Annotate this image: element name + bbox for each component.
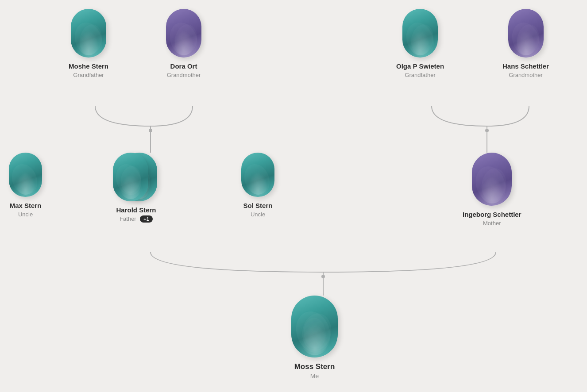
person-hans[interactable]: Hans Schettler Grandmother <box>502 9 549 78</box>
person-moss[interactable]: Moss Stern Me <box>291 296 338 380</box>
harold-plus-badge[interactable]: +1 <box>140 215 153 223</box>
ingeborg-role: Mother <box>483 220 501 227</box>
olga-role: Grandfather <box>405 72 435 78</box>
avatar-olga <box>402 9 438 58</box>
harold-role: Father +1 <box>120 215 153 223</box>
avatar-hans <box>508 9 544 58</box>
avatar-ingeborg <box>472 153 512 206</box>
person-moshe[interactable]: Moshe Stern Grandfather <box>69 9 108 78</box>
person-max[interactable]: Max Stern Uncle <box>9 153 42 218</box>
svg-point-4 <box>321 275 325 278</box>
moshe-role: Grandfather <box>73 72 104 78</box>
dora-name: Dora Ort <box>170 62 197 71</box>
person-sol[interactable]: Sol Stern Uncle <box>241 153 274 218</box>
avatar-harold <box>113 153 159 201</box>
sol-name: Sol Stern <box>243 201 273 210</box>
hans-name: Hans Schettler <box>502 62 549 71</box>
moss-role: Me <box>310 373 319 380</box>
max-name: Max Stern <box>10 201 42 210</box>
person-dora[interactable]: Dora Ort Grandmother <box>166 9 201 78</box>
avatar-sol <box>241 153 274 197</box>
avatar-moshe <box>71 9 106 58</box>
olga-name: Olga P Swieten <box>396 62 444 71</box>
hans-role: Grandmother <box>509 72 543 78</box>
max-role: Uncle <box>18 211 33 218</box>
avatar-dora <box>166 9 201 58</box>
ingeborg-name: Ingeborg Schettler <box>463 210 521 219</box>
svg-point-2 <box>485 129 489 132</box>
moss-name: Moss Stern <box>294 362 335 372</box>
harold-name: Harold Stern <box>116 206 156 215</box>
moshe-name: Moshe Stern <box>69 62 108 71</box>
avatar-max <box>9 153 42 197</box>
svg-point-0 <box>149 129 152 132</box>
family-tree: Moshe Stern Grandfather Dora Ort Grandmo… <box>0 0 587 392</box>
person-ingeborg[interactable]: Ingeborg Schettler Mother <box>463 153 521 227</box>
person-harold[interactable]: Harold Stern Father +1 <box>113 153 159 223</box>
avatar-moss <box>291 296 338 357</box>
dora-role: Grandmother <box>167 72 201 78</box>
person-olga[interactable]: Olga P Swieten Grandfather <box>396 9 444 78</box>
sol-role: Uncle <box>251 211 265 218</box>
